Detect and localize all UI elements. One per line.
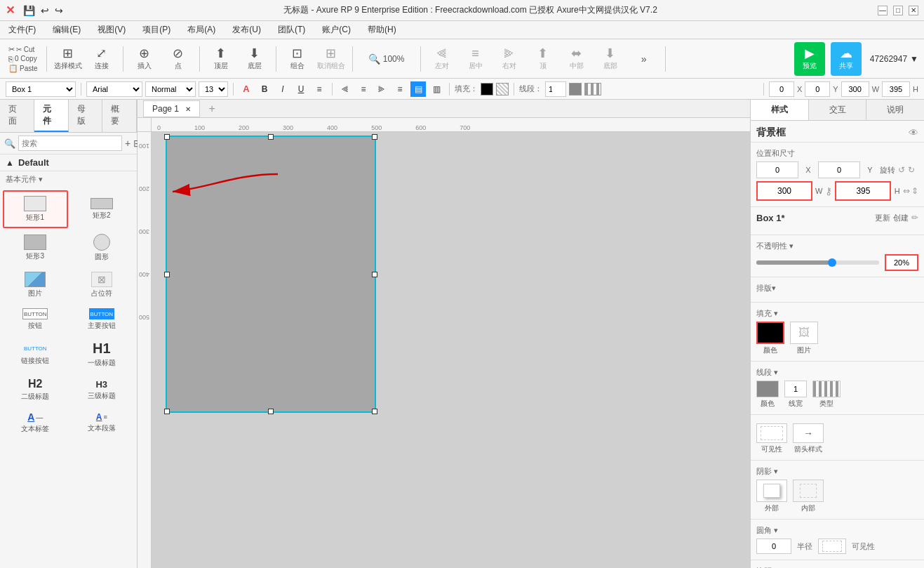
menu-file[interactable]: 文件(F) [6,22,39,37]
top-layer-button[interactable]: ⬆ 顶层 [206,42,236,76]
handle-mr[interactable] [372,272,377,277]
handle-tr[interactable] [372,134,377,140]
page-tab-close[interactable]: ✕ [185,105,191,113]
ungroup-button[interactable]: ⊞ 取消组合 [316,42,347,76]
top-align-button[interactable]: ⬆ 顶 [528,42,558,76]
align-center-button[interactable]: ≡ [356,81,371,97]
stroke-color-item[interactable]: 颜色 [756,381,779,409]
share-button[interactable]: ☁ 共享 [831,42,862,76]
handle-tc[interactable] [268,134,274,140]
bottom-align-button[interactable]: ⬇ 底部 [595,42,626,76]
align-top-button[interactable]: ▤ [410,81,426,97]
comp-item-rect3[interactable]: 矩形3 [3,230,68,266]
comp-item-rect1[interactable]: 矩形1 [3,190,68,228]
fill-color-swatch[interactable] [481,83,493,95]
stroke-type-item[interactable]: 类型 [812,381,841,409]
arrow-item[interactable]: → 箭头样式 [793,423,824,454]
height-field[interactable] [835,181,891,201]
font-size-select[interactable]: 13 [199,81,228,97]
left-align-button[interactable]: ⫷ 左对 [427,42,457,76]
zoom-control[interactable]: 🔍 100% [359,42,415,76]
shadow-inner-item[interactable]: 内部 [793,480,824,513]
shadow-label[interactable]: 阴影 ▾ [756,466,918,477]
add-page-icon[interactable]: + [204,101,219,117]
comp-item-placeholder[interactable]: ⊠ 占位符 [69,268,135,303]
visibility-eye-icon[interactable]: 👁 [909,127,918,138]
element-name-select[interactable]: Box 1 [6,81,76,97]
stroke-width-input[interactable] [545,81,566,97]
user-dropdown-icon[interactable]: ▼ [910,54,918,64]
paste-button[interactable]: 📋 Paste [8,64,38,73]
corner-label[interactable]: 圆角 ▾ [756,525,918,536]
handle-tl[interactable] [164,134,170,140]
opacity-input[interactable] [885,254,918,271]
center-align-button[interactable]: ≡ 居中 [460,42,491,76]
fill-color-item[interactable]: 颜色 [756,322,784,355]
align-left-button[interactable]: ⫷ [337,81,353,97]
canvas-area[interactable]: Page 1 ✕ + 0 100 200 300 400 500 600 700 [138,100,750,568]
x-pos-field[interactable] [756,161,798,178]
stroke-color-swatch[interactable] [569,83,582,95]
bold-button[interactable]: B [257,81,272,97]
create-button[interactable]: 创建 [893,213,909,223]
connect-button[interactable]: ⤢ 连接 [86,42,117,76]
maximize-button[interactable]: □ [893,6,903,15]
menu-help[interactable]: 帮助(H) [365,22,399,37]
font-style-select[interactable]: Normal [145,81,196,97]
comp-item-h2[interactable]: H2 二级标题 [3,374,68,406]
component-search-input[interactable] [18,136,122,151]
box1-element[interactable] [166,136,376,413]
menu-team[interactable]: 团队(T) [275,22,308,37]
right-align-button[interactable]: ⫸ 右对 [494,42,525,76]
list-button[interactable]: ≡ [312,81,327,97]
edit-icon[interactable]: ✏ [911,213,918,223]
handle-br[interactable] [372,409,377,414]
close-button[interactable]: ✕ [909,6,918,15]
basic-components-header[interactable]: 基本元件 ▾ [0,171,137,187]
stroke-width-item[interactable]: 线宽 [784,381,807,409]
handle-bc[interactable] [268,409,274,414]
x-position-input[interactable] [769,81,794,97]
undo-icon[interactable]: ↩ [41,5,49,16]
corner-vis-preview[interactable] [818,539,846,554]
italic-button[interactable]: I [275,81,290,97]
canvas[interactable] [152,132,750,568]
fill-image-item[interactable]: 🖼 图片 [790,322,818,355]
shadow-outer-item[interactable]: 外部 [756,480,787,513]
layout-label[interactable]: 排版▾ [756,283,918,293]
menu-account[interactable]: 账户(C) [319,22,354,37]
width-field[interactable] [756,181,812,201]
bottom-layer-button[interactable]: ⬇ 底层 [239,42,270,76]
rotate-right-icon[interactable]: ↻ [908,165,915,175]
comp-item-h1[interactable]: H1 一级标题 [69,336,135,372]
tab-pages[interactable]: 页面 [0,100,34,132]
opacity-slider-track[interactable] [756,260,879,265]
minimize-button[interactable]: — [878,6,888,15]
tab-masters[interactable]: 母版 [69,100,103,132]
comp-item-h3[interactable]: H3 三级标题 [69,374,135,406]
redo-icon[interactable]: ↪ [55,5,63,16]
text-color-button[interactable]: A [239,81,254,97]
opacity-slider-thumb[interactable] [828,258,836,267]
y-pos-field[interactable] [818,161,860,178]
underline-button[interactable]: U [293,81,309,97]
tab-style[interactable]: 样式 [751,100,809,120]
menu-layout[interactable]: 布局(A) [185,22,218,37]
handle-ml[interactable] [164,272,170,277]
preview-button[interactable]: ▶ 预览 [794,42,825,76]
comp-item-link-btn[interactable]: BUTTON 链接按钮 [3,336,68,372]
more-button[interactable]: » [629,42,659,76]
copy-button[interactable]: ⎘ 0 Copy [8,55,38,63]
add-comp-icon[interactable]: + [125,138,130,149]
tab-note[interactable]: 说明 [866,100,924,120]
font-select[interactable]: Arial [86,81,142,97]
comp-item-text-para[interactable]: A ≡ 文本段落 [69,407,135,438]
rotate-left-icon[interactable]: ↺ [898,165,905,175]
page-tab-1[interactable]: Page 1 ✕ [143,100,200,117]
group-button[interactable]: ⊡ 组合 [282,42,313,76]
comp-item-rect2[interactable]: 矩形2 [69,190,135,228]
cut-button[interactable]: ✂ ✂ Cut [8,45,38,54]
align-right-button[interactable]: ⫸ [374,81,389,97]
menu-publish[interactable]: 发布(U) [229,22,264,37]
fill-pattern-swatch[interactable] [496,83,509,95]
